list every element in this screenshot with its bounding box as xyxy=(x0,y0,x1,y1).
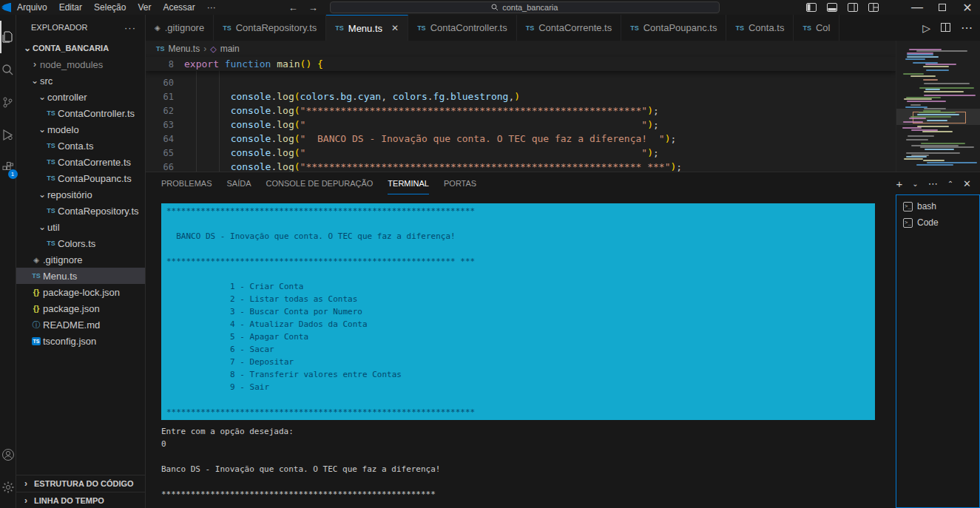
run-file-button[interactable]: ▷ xyxy=(922,22,930,34)
tree-folder-reposit-rio[interactable]: ⌄repositório xyxy=(16,186,145,203)
code-token: ; xyxy=(653,105,659,116)
menubar-item-ver[interactable]: Ver xyxy=(132,0,157,15)
editor-tab--gitignore[interactable]: ◈.gitignore xyxy=(146,15,214,41)
panel-tab-console-de-depura-o[interactable]: CONSOLE DE DEPURAÇÃO xyxy=(266,172,373,194)
customize-layout-icon[interactable] xyxy=(863,3,884,12)
panel-tab-problemas[interactable]: PROBLEMAS xyxy=(161,172,212,194)
close-window-button[interactable]: ✕ xyxy=(955,0,980,15)
minimap-line xyxy=(925,89,940,90)
code-line[interactable]: 60 xyxy=(146,75,896,89)
search-sidebar-icon[interactable] xyxy=(0,53,16,86)
editor-tab-contapoupanc-ts[interactable]: TSContaPoupanc.ts xyxy=(621,15,726,41)
tree-file--gitignore[interactable]: ◈.gitignore xyxy=(16,251,145,268)
new-terminal-button[interactable]: + xyxy=(896,177,903,190)
sidebar-section-linha-do-tempo[interactable]: ›LINHA DO TEMPO xyxy=(16,492,145,508)
toggle-secondary-sidebar-icon[interactable] xyxy=(842,3,863,12)
line-number: 65 xyxy=(146,148,184,158)
tree-folder-modelo[interactable]: ⌄modelo xyxy=(16,121,145,138)
code-token: ( xyxy=(294,147,300,158)
terminal-instance-code[interactable]: >_Code xyxy=(896,214,979,231)
breadcrumb-symbol[interactable]: main xyxy=(220,44,240,54)
sticky-scroll-line[interactable]: 8export function main() { xyxy=(146,57,896,71)
tree-file-menu-ts[interactable]: TSMenu.ts xyxy=(16,268,145,284)
tree-file-tsconfig-json[interactable]: TStsconfig.json xyxy=(16,333,145,349)
settings-gear-icon[interactable] xyxy=(0,471,16,504)
tree-file-contacontroller-ts[interactable]: TSContaController.ts xyxy=(16,105,145,121)
editor-tab-menu-ts[interactable]: TSMenu.ts✕ xyxy=(326,15,408,41)
typescript-file-icon: TS xyxy=(44,158,58,166)
code-line-text: console.log(" "); xyxy=(184,119,659,130)
extensions-icon[interactable]: 1 xyxy=(0,151,16,183)
toggle-sidebar-icon[interactable] xyxy=(801,3,822,12)
editor-tab-contacontroller-ts[interactable]: TSContaController.ts xyxy=(408,15,517,41)
typescript-file-icon: TS xyxy=(417,24,426,32)
breadcrumb-separator: › xyxy=(203,44,206,54)
code-token: ) xyxy=(514,91,520,102)
tree-folder-node_modules[interactable]: ›node_modules xyxy=(16,56,145,72)
menubar-item-seleção[interactable]: Seleção xyxy=(88,0,132,15)
tree-file-contacorrente-ts[interactable]: TSContaCorrente.ts xyxy=(16,154,145,170)
terminal-banner-line: 5 - Apagar Conta xyxy=(166,331,875,343)
minimize-button[interactable]: — xyxy=(905,0,930,15)
breadcrumb-file[interactable]: Menu.ts xyxy=(169,44,200,54)
minimap-line xyxy=(910,75,936,77)
tree-file-package-lock-json[interactable]: {}package-lock.json xyxy=(16,284,145,300)
editor-tab-conta-ts[interactable]: TSConta.ts xyxy=(726,15,794,41)
tree-folder-controller[interactable]: ⌄controller xyxy=(16,89,145,105)
code-token xyxy=(184,91,231,102)
tree-file-readme-md[interactable]: ⓘREADME.md xyxy=(16,316,145,333)
panel-tab-terminal[interactable]: TERMINAL xyxy=(388,172,429,194)
menu-overflow-button[interactable]: ··· xyxy=(201,2,222,13)
code-line[interactable]: 61 console.log(colors.bg.cyan, colors.fg… xyxy=(146,89,896,104)
tree-folder-src[interactable]: ⌄src xyxy=(16,72,145,89)
tree-file-contarepository-ts[interactable]: TSContaRepository.ts xyxy=(16,203,145,219)
sidebar-section-estrutura-do-c-digo[interactable]: ›ESTRUTURA DO CÓDIGO xyxy=(16,475,145,492)
terminal-output[interactable]: ****************************************… xyxy=(146,194,896,508)
code-line[interactable]: 63 console.log(" "); xyxy=(146,118,896,132)
source-control-icon[interactable] xyxy=(0,86,16,118)
tree-file-contapoupanc-ts[interactable]: TSContaPoupanc.ts xyxy=(16,170,145,186)
code-line[interactable]: 66 console.log("************************… xyxy=(146,160,896,172)
tree-file-conta-ts[interactable]: TSConta.ts xyxy=(16,138,145,154)
sidebar-section-label: LINHA DO TEMPO xyxy=(34,496,104,505)
terminal-profile-dropdown-icon[interactable]: ⌄ xyxy=(912,180,918,188)
terminal-instance-bash[interactable]: >_bash xyxy=(896,198,979,214)
tree-file-colors-ts[interactable]: TSColors.ts xyxy=(16,235,145,251)
editor-tab-col[interactable]: TSCol xyxy=(794,15,839,41)
menubar-item-arquivo[interactable]: Arquivo xyxy=(11,0,53,15)
tree-item-label: tsconfig.json xyxy=(43,336,96,347)
account-icon[interactable] xyxy=(0,438,16,471)
close-panel-button[interactable]: ✕ xyxy=(963,178,971,189)
tree-root-folder[interactable]: ⌄ CONTA_BANCARIA xyxy=(16,40,145,56)
command-center-search[interactable]: conta_bancaria xyxy=(330,1,720,13)
code-token: cyan xyxy=(358,91,381,102)
menubar-item-editar[interactable]: Editar xyxy=(53,0,88,15)
tree-file-package-json[interactable]: {}package.json xyxy=(16,300,145,316)
editor-tab-contarepository-ts[interactable]: TSContaRepository.ts xyxy=(214,15,326,41)
panel-tab-portas[interactable]: PORTAS xyxy=(444,172,476,194)
close-tab-icon[interactable]: ✕ xyxy=(391,23,399,33)
editor-more-actions-button[interactable]: ⋯ xyxy=(961,21,973,35)
code-editor[interactable]: TS Menu.ts › ◇ main 8export function mai… xyxy=(146,41,896,172)
code-line[interactable]: 65 console.log(" "); xyxy=(146,146,896,160)
tree-folder-util[interactable]: ⌄util xyxy=(16,219,145,235)
code-line[interactable]: 64 console.log(" BANCO DS - Inovação que… xyxy=(146,132,896,146)
panel-more-actions-button[interactable]: ⋯ xyxy=(928,178,938,189)
code-line[interactable]: 62 console.log("************************… xyxy=(146,104,896,118)
run-debug-icon[interactable] xyxy=(0,118,16,151)
editor-tab-contacorrente-ts[interactable]: TSContaCorrente.ts xyxy=(517,15,622,41)
maximize-panel-icon[interactable]: ⌃ xyxy=(947,180,953,188)
nav-forward-icon[interactable]: → xyxy=(308,2,318,13)
explorer-icon[interactable] xyxy=(0,21,16,53)
tree-item-label: src xyxy=(40,75,53,87)
split-editor-icon[interactable] xyxy=(941,21,950,35)
breadcrumb[interactable]: TS Menu.ts › ◇ main xyxy=(146,41,896,57)
nav-back-icon[interactable]: ← xyxy=(288,2,298,13)
menubar-item-acessar[interactable]: Acessar xyxy=(157,0,200,15)
explorer-more-actions-button[interactable]: ··· xyxy=(124,22,136,33)
toggle-panel-icon[interactable] xyxy=(822,3,842,12)
tree-item-label: ContaController.ts xyxy=(58,108,135,119)
minimap[interactable] xyxy=(896,41,980,172)
panel-tab-sa-da[interactable]: SAÍDA xyxy=(226,172,251,194)
maximize-button[interactable] xyxy=(930,0,955,15)
